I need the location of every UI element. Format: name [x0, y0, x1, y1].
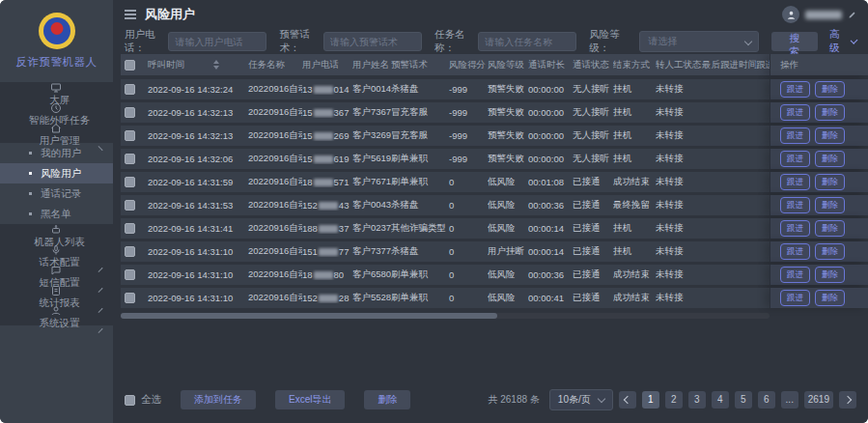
- page-button-1[interactable]: 1: [642, 391, 659, 409]
- user-phone-cell: 15619: [302, 154, 352, 164]
- page-button-5[interactable]: 5: [735, 391, 752, 409]
- warning-script-cell: 刷单兼职: [391, 176, 449, 188]
- phone-redacted: [319, 248, 338, 256]
- row-checkbox[interactable]: [125, 269, 135, 280]
- warning-script-cell: 冒充客服: [391, 106, 449, 119]
- sidebar-item-blacklist[interactable]: 黑名单: [0, 204, 113, 224]
- task-name-input[interactable]: [478, 32, 576, 51]
- risk-level-select[interactable]: 请选择: [639, 31, 758, 52]
- delete-button[interactable]: 删除: [815, 151, 845, 167]
- sidebar-item-system-settings[interactable]: 系统设置: [0, 305, 113, 325]
- row-checkbox[interactable]: [125, 246, 135, 257]
- add-to-task-button[interactable]: 添加到任务: [181, 390, 256, 409]
- row-checkbox[interactable]: [125, 154, 135, 164]
- delete-button[interactable]: 删除: [815, 104, 845, 121]
- table-body: 2022-09-16 14:32:2420220916自动...13014客户0…: [121, 79, 868, 311]
- menu-toggle-icon[interactable]: [125, 10, 136, 19]
- call-duration-cell: 00:00:00: [528, 107, 573, 118]
- call-status-cell: 无人接听: [573, 83, 613, 96]
- follow-up-button[interactable]: 跟进: [780, 174, 810, 190]
- phone-redacted: [314, 132, 333, 140]
- row-checkbox[interactable]: [125, 107, 135, 118]
- follow-up-button[interactable]: 跟进: [780, 243, 810, 260]
- topbar: 风险用户: [113, 0, 868, 29]
- page-button-2619[interactable]: 2619: [804, 391, 833, 409]
- advanced-toggle[interactable]: 高级: [829, 28, 856, 55]
- call-duration-cell: 00:00:00: [528, 130, 573, 141]
- page-button-4[interactable]: 4: [712, 391, 729, 409]
- follow-up-button[interactable]: 跟进: [780, 81, 810, 98]
- filter-risk-level: 风险等级： 请选择: [589, 28, 758, 55]
- sidebar-item-my-users[interactable]: 我的用户: [0, 143, 113, 163]
- delete-button[interactable]: 删除: [815, 127, 845, 144]
- page-size-select[interactable]: 10条/页: [549, 389, 613, 410]
- sidebar-item-statistics[interactable]: 统计报表: [0, 285, 113, 305]
- row-checkbox[interactable]: [125, 177, 135, 187]
- follow-up-button[interactable]: 跟进: [780, 104, 810, 121]
- sidebar-item-script-config[interactable]: 话术配置: [0, 244, 113, 265]
- warning-script-input[interactable]: [323, 32, 422, 51]
- page-button-6[interactable]: 6: [758, 391, 775, 409]
- prev-page-button[interactable]: [619, 391, 636, 409]
- page-ellipsis[interactable]: ...: [781, 391, 798, 409]
- user-phone-input[interactable]: [168, 32, 266, 51]
- task-name-cell: 20220916自动...: [248, 268, 302, 281]
- follow-up-button[interactable]: 跟进: [780, 151, 810, 167]
- row-checkbox[interactable]: [125, 223, 135, 234]
- sidebar-item-robot-list[interactable]: 机器人列表: [0, 224, 113, 244]
- call-duration-cell: 00:01:08: [528, 177, 573, 187]
- user-menu[interactable]: [782, 6, 856, 23]
- filter-label: 任务名称：: [434, 28, 474, 55]
- phone-redacted: [314, 155, 333, 163]
- select-all-checkbox[interactable]: [125, 395, 135, 406]
- transfer-status-cell: 未转接: [656, 199, 702, 212]
- horizontal-scrollbar[interactable]: [121, 313, 770, 319]
- username-redacted: [805, 11, 842, 19]
- risk-score-cell: -999: [449, 84, 488, 95]
- bulk-action-bar: 全选 添加到任务 Excel导出 删除 共 26188 条 10条/页 1234…: [113, 389, 868, 410]
- warning-script-cell: 杀猪盘: [391, 199, 449, 212]
- sidebar-item-sms-config[interactable]: 短信配置: [0, 265, 113, 285]
- sidebar-item-dashboard[interactable]: 大屏: [0, 82, 113, 102]
- row-checkbox[interactable]: [125, 130, 135, 141]
- call-status-cell: 已接通: [573, 245, 613, 258]
- bulk-delete-button[interactable]: 删除: [364, 390, 410, 409]
- search-button[interactable]: 搜索: [771, 32, 818, 51]
- delete-button[interactable]: 删除: [815, 81, 845, 98]
- call-status-cell: 无人接听: [573, 153, 613, 165]
- risk-score-cell: -999: [449, 107, 488, 118]
- user-name-cell: 客户7377: [352, 245, 391, 258]
- risk-level-cell: 预警失败: [488, 83, 528, 96]
- table-header-row: 呼叫时间 任务名称 用户电话 用户姓名 预警话术 风险得分 风险等级 通话时长 …: [121, 54, 868, 75]
- sort-icon[interactable]: [213, 60, 219, 70]
- transfer-status-cell: 未转接: [656, 268, 702, 281]
- follow-up-button[interactable]: 跟进: [780, 267, 810, 283]
- call-time-cell: 2022-09-16 14:32:13: [148, 107, 248, 118]
- delete-button[interactable]: 删除: [815, 174, 845, 190]
- sidebar-item-outbound-tasks[interactable]: 智能外呼任务: [0, 102, 113, 123]
- select-all-header-checkbox[interactable]: [125, 60, 135, 70]
- call-time-cell: 2022-09-16 14:32:06: [148, 154, 248, 164]
- sidebar-item-risk-users[interactable]: 风险用户: [0, 163, 113, 183]
- call-time-cell: 2022-09-16 14:31:41: [148, 223, 248, 234]
- follow-up-button[interactable]: 跟进: [780, 220, 810, 237]
- row-checkbox[interactable]: [125, 84, 135, 95]
- follow-up-button[interactable]: 跟进: [780, 127, 810, 144]
- delete-button[interactable]: 删除: [815, 290, 845, 306]
- page-button-2[interactable]: 2: [665, 391, 683, 409]
- next-page-button[interactable]: [839, 391, 856, 409]
- delete-button[interactable]: 删除: [815, 197, 845, 213]
- sidebar-item-user-management[interactable]: 用户管理: [0, 123, 113, 143]
- delete-button[interactable]: 删除: [815, 220, 845, 237]
- delete-button[interactable]: 删除: [815, 267, 845, 283]
- excel-export-button[interactable]: Excel导出: [275, 390, 345, 409]
- page-button-3[interactable]: 3: [688, 391, 706, 409]
- table-row: 2022-09-16 14:31:1020220916自动...15177客户7…: [121, 241, 868, 262]
- follow-up-button[interactable]: 跟进: [780, 290, 810, 306]
- row-checkbox[interactable]: [125, 293, 135, 303]
- scrollbar-thumb[interactable]: [121, 313, 497, 319]
- sidebar-item-call-records[interactable]: 通话记录: [0, 183, 113, 204]
- delete-button[interactable]: 删除: [815, 243, 845, 260]
- follow-up-button[interactable]: 跟进: [780, 197, 810, 213]
- row-checkbox[interactable]: [125, 200, 135, 211]
